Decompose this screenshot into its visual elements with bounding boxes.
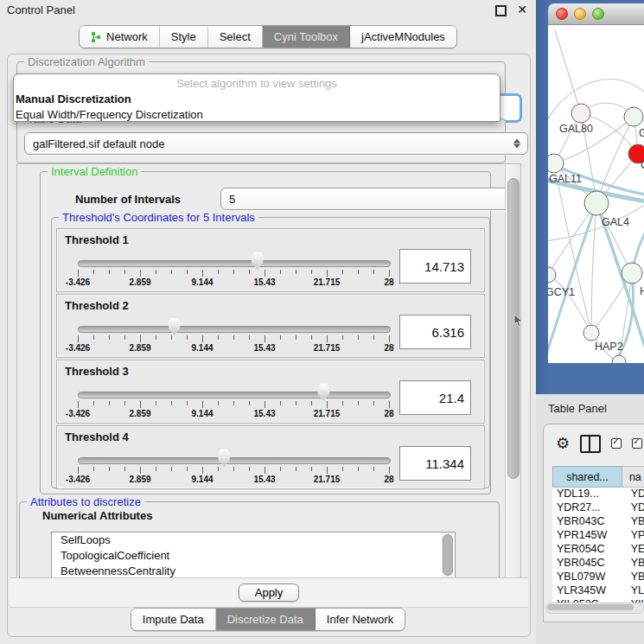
cell-name: YDL1 [624, 488, 644, 501]
interval-definition-group: Interval Definition Number of Intervals … [40, 171, 491, 494]
tab-jactivemnodules[interactable]: jActiveMNodules [350, 26, 456, 48]
threshold-value-field[interactable]: 21.4 [399, 380, 471, 415]
cell-name: YBR0 [624, 515, 644, 529]
table-panel-inner: ⚙ shared... na YDL19...YDL1YDR27...YDR2Y… [543, 424, 644, 622]
tab-discretize-data[interactable]: Discretize Data [216, 609, 316, 630]
control-panel-header: Control Panel ✕ [0, 0, 536, 21]
network-node-ga[interactable] [624, 107, 643, 126]
table-row[interactable]: YDR27...YDR2 [552, 501, 644, 515]
slider-track[interactable] [78, 326, 391, 333]
table-body: YDL19...YDL1YDR27...YDR2YBR043CYBR0YPR14… [552, 488, 644, 603]
threshold-value-field[interactable]: 14.713 [399, 249, 471, 284]
network-node-gal4[interactable] [584, 191, 609, 215]
cell-name: YBL0 [624, 571, 644, 584]
numerical-attributes-list[interactable]: SelfLoopsTopologicalCoefficientBetweenne… [51, 532, 456, 579]
network-edge[interactable] [591, 203, 596, 333]
panel-title: Control Panel [7, 3, 75, 16]
network-window-titlebar[interactable] [548, 3, 644, 25]
node-label: GCY1 [548, 286, 575, 298]
network-node-gcy1[interactable] [548, 267, 556, 283]
tab-label: Discretize Data [227, 613, 303, 626]
threshold-value-field[interactable]: 6.316 [399, 315, 471, 349]
tab-impute-data[interactable]: Impute Data [131, 609, 216, 630]
float-window-icon[interactable] [495, 5, 507, 16]
algorithm-option-equal-width[interactable]: Equal Width/Frequency Discretization [14, 107, 500, 122]
network-edge[interactable] [591, 273, 632, 333]
tab-network[interactable]: Network [80, 26, 160, 48]
gear-icon[interactable]: ⚙ [556, 436, 570, 451]
slider-thumb[interactable] [317, 384, 330, 401]
network-icon [91, 31, 102, 43]
interval-definition-label: Interval Definition [48, 165, 141, 178]
column-header-name[interactable]: na [622, 466, 644, 488]
network-node-h[interactable] [622, 263, 642, 284]
cell-shared-name: YBR045C [552, 557, 624, 571]
table-row[interactable]: YER054CYER0 [552, 543, 644, 557]
table-row[interactable]: YBR043CYBR0 [552, 515, 644, 529]
split-columns-icon[interactable] [580, 435, 601, 453]
table-data-combobox[interactable]: galFiltered.sif default node [24, 132, 528, 155]
tab-label: Cyni Toolbox [274, 30, 338, 43]
table-row[interactable]: YDL19...YDL1 [552, 488, 644, 501]
attributes-group-label: Attributes to discretize [27, 495, 144, 508]
number-of-intervals-combobox[interactable]: 5 [220, 188, 521, 210]
minimize-traffic-light-icon[interactable] [574, 8, 586, 20]
zoom-traffic-light-icon[interactable] [592, 8, 604, 20]
apply-button[interactable]: Apply [239, 583, 300, 602]
slider-track[interactable] [78, 457, 391, 464]
attribute-list-scrollbar[interactable] [442, 532, 453, 579]
slider-tick-labels: -3.4262.8599.14415.4321.71528 [78, 475, 389, 485]
checkbox-icon[interactable] [632, 438, 642, 449]
slider-thumb[interactable] [168, 318, 181, 335]
tab-select[interactable]: Select [208, 26, 263, 48]
slider-thumb[interactable] [251, 252, 264, 270]
number-of-intervals-value: 5 [229, 193, 235, 206]
table-horizontal-scrollbar[interactable] [545, 603, 644, 614]
slider-track[interactable] [78, 260, 391, 267]
node-label: GAL80 [559, 123, 593, 135]
network-node-gal80[interactable] [571, 104, 590, 123]
settings-vertical-scrollbar[interactable] [505, 164, 520, 578]
table-row[interactable]: YLR345WYLR3 [552, 584, 644, 598]
network-edge[interactable] [555, 30, 581, 113]
number-of-intervals-label: Number of Intervals [75, 193, 181, 206]
cell-shared-name: YLR345W [552, 584, 624, 598]
attribute-item-topologicalcoefficient[interactable]: TopologicalCoefficient [52, 548, 455, 564]
slider-thumb[interactable] [218, 450, 231, 467]
network-canvas[interactable]: GAL80GACGAL11GAL4GCY1HHAP2 [548, 25, 644, 363]
slider-ticks [78, 401, 389, 409]
slider-track[interactable] [78, 392, 391, 399]
network-node[interactable] [612, 355, 626, 363]
column-header-shared-name[interactable]: shared... [552, 466, 622, 488]
network-edge[interactable] [548, 203, 596, 275]
scrollbar-thumb[interactable] [507, 178, 520, 479]
close-traffic-light-icon[interactable] [556, 8, 568, 20]
thresholds-group-label: Threshold's Coordinates for 5 Intervals [59, 211, 258, 224]
top-tabs: NetworkStyleSelectCyni ToolboxjActiveMNo… [79, 25, 457, 48]
node-label: HAP2 [595, 341, 623, 353]
attribute-item-selfloops[interactable]: SelfLoops [52, 532, 455, 548]
tab-label: Select [220, 30, 251, 43]
close-icon[interactable]: ✕ [517, 3, 527, 16]
slider-tick-labels: -3.4262.8599.14415.4321.71528 [78, 409, 389, 419]
tab-cyni-toolbox[interactable]: Cyni Toolbox [263, 26, 350, 48]
table-row[interactable]: YBR045CYBR0 [552, 557, 644, 571]
network-node-gal11[interactable] [548, 154, 564, 173]
threshold-value-field[interactable]: 11.344 [399, 446, 471, 481]
table-row[interactable]: YPR145WYPR1 [552, 529, 644, 543]
table-row[interactable]: YBL079WYBL0 [552, 571, 644, 584]
checkbox-icon[interactable] [611, 438, 622, 449]
slider-ticks [78, 467, 389, 475]
threshold-list: Threshold 1-3.4262.8599.14415.4321.71528… [56, 228, 485, 491]
algorithm-option-manual[interactable]: Manual Discretization [14, 92, 500, 107]
threshold-label: Threshold 4 [65, 430, 129, 443]
table-data-group: Table Data galFiltered.sif default node [16, 118, 506, 163]
tab-label: Network [106, 30, 148, 43]
tab-style[interactable]: Style [160, 26, 208, 48]
spinner-arrows-icon [513, 139, 520, 149]
cell-shared-name: YDR27... [552, 501, 624, 515]
scrollbar-thumb[interactable] [547, 604, 634, 610]
network-node-hap2[interactable] [583, 325, 599, 341]
tab-infer-network[interactable]: Infer Network [316, 609, 405, 630]
number-of-intervals-row: Number of Intervals 5 [67, 188, 481, 212]
